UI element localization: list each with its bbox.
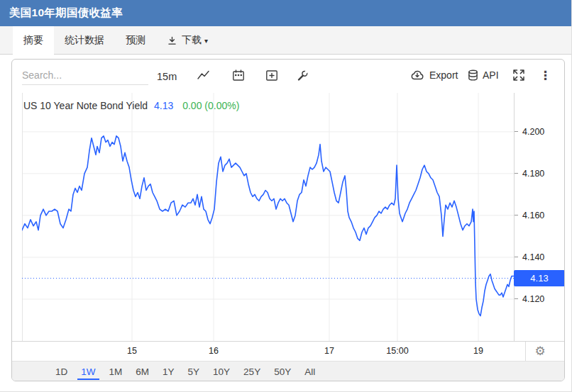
- caret-down-icon: ▾: [204, 37, 208, 45]
- calendar-icon[interactable]: [231, 66, 246, 84]
- x-tick-labels: 15161715:0019: [22, 342, 514, 362]
- export-label: Export: [429, 69, 458, 81]
- series-name: US 10 Year Note Bond Yield: [23, 100, 148, 111]
- expand-arrows-icon: [512, 69, 525, 82]
- chart-legend: US 10 Year Note Bond Yield 4.13 0.00 (0.…: [23, 100, 239, 111]
- wrench-glyph: [296, 69, 309, 82]
- window-header: 美国10年期国债收益率: [0, 0, 572, 26]
- tab-forecast[interactable]: 预测: [115, 26, 156, 55]
- series-change: 0.00 (0.00%): [182, 100, 239, 111]
- range-button-6m[interactable]: 6M: [132, 364, 153, 380]
- y-tick-4.180: 4.180: [515, 168, 544, 179]
- more-menu-kebab-icon[interactable]: ⋮: [538, 66, 553, 84]
- tab-label: 摘要: [23, 34, 43, 47]
- indicators-wrench-icon[interactable]: [295, 66, 310, 84]
- page: 美国10年期国债收益率 摘要统计数据预测下载▾ 15m: [0, 0, 572, 392]
- range-button-all[interactable]: All: [301, 364, 319, 380]
- line-style-icon[interactable]: [195, 66, 211, 84]
- interval-button[interactable]: 15m: [155, 67, 178, 86]
- cloud-download-icon: [409, 69, 425, 81]
- chart-widget: 15m: [11, 59, 565, 381]
- line-chart-icon: [197, 69, 210, 81]
- fullscreen-button[interactable]: [511, 66, 527, 84]
- compare-add-icon[interactable]: [264, 66, 280, 84]
- range-button-25y[interactable]: 25Y: [240, 364, 264, 380]
- y-tick-4.140: 4.140: [515, 252, 544, 263]
- x-tick-17: 17: [324, 346, 334, 356]
- chart-toolbar: 15m: [12, 60, 564, 92]
- range-button-1d[interactable]: 1D: [52, 364, 71, 380]
- x-tick-15: 15: [127, 346, 137, 356]
- range-button-1w[interactable]: 1W: [77, 364, 99, 380]
- x-tick-15:00: 15:00: [386, 346, 408, 356]
- tab-summary[interactable]: 摘要: [13, 26, 54, 55]
- tab-stats[interactable]: 统计数据: [54, 26, 115, 55]
- x-tick-16: 16: [209, 346, 219, 356]
- range-button-1m[interactable]: 1M: [106, 364, 126, 380]
- y-axis[interactable]: 4.2004.1804.1604.1404.120: [514, 93, 565, 341]
- axis-divider: [525, 342, 526, 362]
- x-tick-19: 19: [473, 346, 483, 356]
- range-button-5y[interactable]: 5Y: [185, 364, 204, 380]
- calendar-glyph: [232, 69, 245, 82]
- download-icon: [167, 35, 177, 46]
- tab-label: 统计数据: [65, 34, 104, 47]
- range-selector-bar: 1D1W1M6M1Y5Y10Y25Y50YAll: [12, 361, 564, 381]
- y-tick-4.160: 4.160: [515, 210, 544, 221]
- y-tick-4.120: 4.120: [515, 293, 544, 305]
- price-chart[interactable]: [22, 93, 514, 341]
- current-value-badge: 4.13: [514, 270, 565, 286]
- series-value: 4.13: [154, 100, 173, 111]
- api-button[interactable]: API: [466, 66, 500, 84]
- chart-settings-button[interactable]: ⚙: [530, 342, 550, 361]
- range-button-1y[interactable]: 1Y: [159, 364, 178, 380]
- range-button-10y[interactable]: 10Y: [209, 364, 233, 380]
- price-line: [22, 136, 514, 316]
- y-tick-4.200: 4.200: [515, 126, 544, 138]
- api-label: API: [483, 69, 499, 81]
- tab-label: 预测: [126, 34, 145, 47]
- search-input[interactable]: [22, 65, 148, 85]
- current-value-label: 4.13: [530, 273, 548, 284]
- page-title: 美国10年期国债收益率: [9, 6, 123, 21]
- plus-square-glyph: [265, 69, 278, 82]
- tab-label: 下载: [182, 34, 202, 47]
- tab-bar: 摘要统计数据预测下载▾: [0, 26, 572, 55]
- x-axis[interactable]: 15161715:0019 ⚙: [12, 341, 564, 361]
- database-icon: [468, 69, 478, 82]
- export-button[interactable]: Export: [408, 66, 459, 84]
- tab-download[interactable]: 下载▾: [156, 26, 219, 55]
- range-button-50y[interactable]: 50Y: [270, 364, 295, 380]
